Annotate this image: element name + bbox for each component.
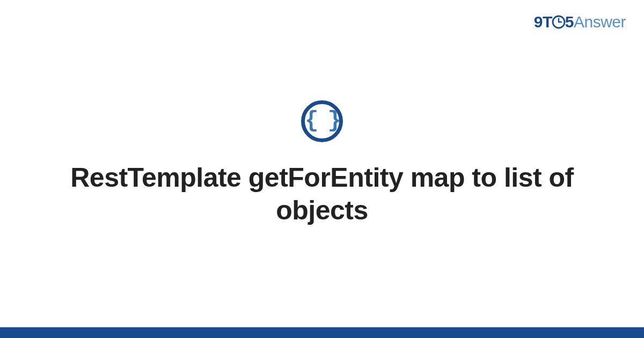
page-title: RestTemplate getForEntity map to list of…: [54, 161, 590, 227]
content-wrapper: { } RestTemplate getForEntity map to lis…: [0, 0, 644, 327]
code-braces-icon: { }: [301, 100, 343, 142]
bottom-accent-bar: [0, 327, 644, 338]
icon-glyph: { }: [305, 108, 339, 134]
